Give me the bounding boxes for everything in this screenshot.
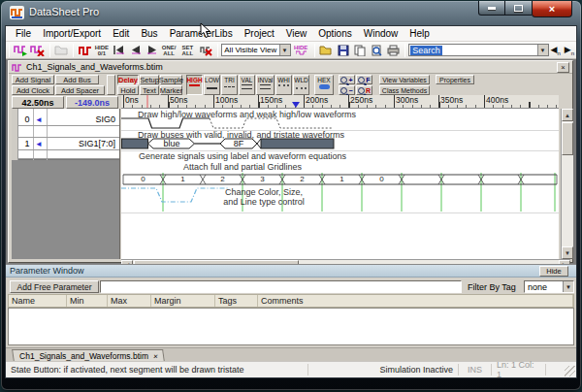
vertical-scroll-thumb[interactable]	[562, 122, 573, 155]
hold-mode-button[interactable]: Hold	[117, 85, 139, 95]
counter-value[interactable]: 1	[163, 175, 203, 184]
add-spacer-button[interactable]: Add Spacer	[55, 85, 105, 95]
column-margin[interactable]: Margin	[151, 295, 215, 307]
hide-wave-button[interactable]: HIDE	[291, 43, 311, 58]
set-all-button[interactable]: SET ALL	[178, 43, 198, 58]
tab-close-icon[interactable]: ×	[153, 352, 158, 361]
view-variables-button[interactable]: View Variables	[379, 75, 430, 84]
menu-window[interactable]: Window	[358, 27, 404, 40]
view-selector[interactable]: All Visible View ▼	[221, 44, 290, 56]
title-bar[interactable]: DataSheet Pro ×	[1, 1, 581, 24]
import-folder-button[interactable]	[53, 43, 70, 58]
menu-import-export[interactable]: Import/Export	[37, 27, 107, 40]
properties-button[interactable]: Properties	[436, 75, 474, 84]
counter-value[interactable]: 2	[203, 175, 242, 184]
signal-name[interactable]: SIG0	[95, 114, 115, 126]
add-bus-button[interactable]: Add Bus	[55, 75, 99, 84]
search-dropdown-icon[interactable]: ▼	[537, 45, 548, 55]
counter-value[interactable]: 0	[123, 175, 163, 184]
prev-edge-button[interactable]	[127, 43, 144, 58]
bus-value-blue[interactable]: blue	[148, 138, 195, 149]
document-close-button[interactable]: ×	[557, 62, 569, 73]
zoom-in-button[interactable]: +	[339, 75, 355, 84]
waveform-canvas[interactable]: Draw high/low waveforms and weak high/lo…	[121, 109, 559, 259]
hide-bits-button[interactable]: HIDE 0/1	[93, 43, 110, 58]
add-signal-button[interactable]: Add Signal	[12, 75, 54, 84]
resize-grip[interactable]	[565, 366, 575, 376]
edge-waveform-button[interactable]	[77, 43, 93, 58]
column-tags[interactable]: Tags	[215, 295, 258, 307]
parameter-window-title-bar[interactable]: Parameter Window Hide	[6, 265, 576, 278]
scroll-up-icon[interactable]: ▲	[562, 109, 573, 121]
parameter-input[interactable]	[100, 280, 462, 293]
sample-mode-button[interactable]: Sample	[160, 75, 182, 84]
menu-options[interactable]: Options	[312, 27, 357, 40]
time-marker-icon[interactable]	[292, 102, 300, 108]
zoom-region-button[interactable]: R	[356, 85, 372, 95]
column-name[interactable]: Name	[9, 295, 67, 307]
close-waveform-button[interactable]	[29, 43, 46, 58]
add-free-parameter-button[interactable]: Add Free Parameter	[10, 280, 99, 293]
counter-value[interactable]: 1	[322, 175, 362, 184]
column-max[interactable]: Max	[108, 295, 151, 307]
spacer-button[interactable]	[107, 75, 115, 95]
sig0-waveform[interactable]	[121, 118, 210, 128]
find-next-button[interactable]: ▶n	[565, 45, 574, 56]
signal-row-sig1[interactable]: 1 ◄ SIG1[7:0]	[18, 138, 119, 150]
one-all-button[interactable]: ONE/ ALL	[161, 43, 178, 58]
sig1-invalid-segment-2[interactable]	[261, 139, 334, 148]
hide-parameter-window-button[interactable]: Hide	[539, 266, 568, 277]
signal-name[interactable]: SIG1[7:0]	[79, 138, 115, 150]
delete-all-button[interactable]	[198, 43, 214, 58]
cursor-line[interactable]	[146, 95, 148, 108]
menu-bus[interactable]: Bus	[135, 27, 163, 40]
menu-help[interactable]: Help	[404, 27, 436, 40]
class-methods-button[interactable]: Class Methods	[379, 85, 430, 95]
copy-button[interactable]	[351, 43, 368, 58]
zoom-fit-button[interactable]: F	[356, 75, 372, 84]
column-min[interactable]: Min	[67, 295, 108, 307]
counter-value[interactable]: 2	[282, 175, 322, 184]
state-inval-button[interactable]: INVal	[256, 75, 275, 95]
time-ruler[interactable]: 0ns 50ns 100ns 150ns 200ns 250ns 300ns 3…	[121, 95, 559, 109]
menu-view[interactable]: View	[280, 27, 313, 40]
document-title-bar[interactable]: Ch1_Signals_and_Waveforms.btim ×	[9, 61, 572, 74]
row-gutter[interactable]	[12, 109, 18, 160]
close-button[interactable]: ×	[532, 1, 572, 17]
menu-project[interactable]: Project	[239, 27, 280, 40]
chevron-down-icon[interactable]: ▼	[279, 45, 290, 55]
state-tri-button[interactable]: TRI	[221, 75, 238, 95]
delay-mode-button[interactable]: Delay	[117, 75, 139, 84]
search-input[interactable]: Search ▼	[408, 44, 548, 56]
text-row[interactable]	[18, 150, 119, 159]
parameter-table-body[interactable]	[8, 308, 574, 345]
chevron-down-icon[interactable]: ▼	[563, 281, 573, 292]
marker-mode-button[interactable]: Marker	[160, 85, 182, 95]
signal-row-sig0[interactable]: 0 ◄ SIG0	[18, 114, 119, 126]
add-clock-button[interactable]: Add Clock	[12, 85, 54, 95]
menu-edit[interactable]: Edit	[107, 27, 135, 40]
column-comments[interactable]: Comments	[258, 295, 573, 307]
next-edge-button[interactable]	[144, 43, 160, 58]
find-previous-button[interactable]: ◀n	[551, 45, 561, 56]
state-low-button[interactable]: LOW	[204, 75, 220, 95]
state-whi-button[interactable]: WHI	[275, 75, 292, 95]
maximize-button[interactable]	[505, 1, 532, 16]
bus-value-8f[interactable]: 8F	[220, 138, 257, 149]
sig1-invalid-segment[interactable]	[122, 139, 148, 148]
state-hex-button[interactable]: HEX	[314, 75, 334, 95]
menu-file[interactable]: File	[10, 27, 37, 40]
save-button[interactable]	[335, 43, 351, 58]
print-preview-button[interactable]	[369, 43, 385, 58]
text-row[interactable]	[18, 126, 119, 138]
sig0-weak-waveform[interactable]	[210, 118, 333, 128]
zoom-out-button[interactable]: −	[339, 85, 355, 95]
state-high-button[interactable]: HIGH	[186, 75, 203, 95]
setup-mode-button[interactable]: Setup	[140, 75, 159, 84]
first-edge-button[interactable]	[111, 43, 127, 58]
vertical-scrollbar[interactable]: ▲ ▼	[561, 109, 573, 259]
counter-value[interactable]: 0	[362, 175, 402, 184]
counter-value[interactable]: 3	[242, 175, 282, 184]
minimize-button[interactable]	[478, 1, 505, 16]
print-button[interactable]	[385, 43, 402, 58]
